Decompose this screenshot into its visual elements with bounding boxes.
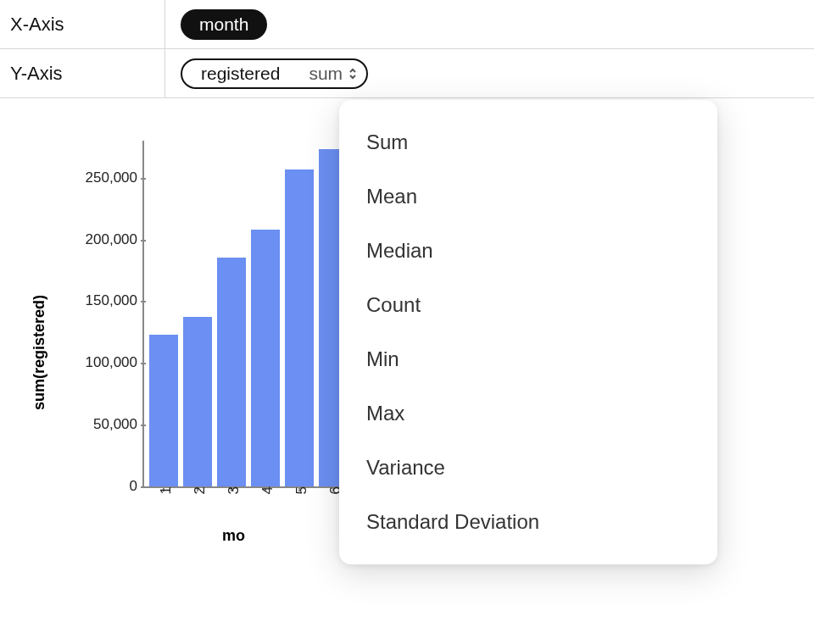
xaxis-field-pill[interactable]: month <box>181 9 267 40</box>
y-tick: 0 <box>130 478 144 495</box>
yaxis-field-name: registered <box>201 64 280 84</box>
aggregate-option[interactable]: Min <box>339 332 717 386</box>
x-axis-title: mo <box>222 527 245 545</box>
y-tick: 100,000 <box>86 354 144 371</box>
bar <box>285 169 314 486</box>
y-tick: 200,000 <box>86 231 144 248</box>
y-tick: 150,000 <box>86 292 144 309</box>
x-tick: 4 <box>254 486 276 494</box>
bar <box>183 317 212 486</box>
y-tick: 50,000 <box>93 416 144 433</box>
aggregate-value: sum <box>309 64 343 84</box>
x-tick: 1 <box>153 486 175 494</box>
xaxis-label: X-Axis <box>10 14 164 36</box>
bar <box>217 258 246 486</box>
yaxis-field-pill[interactable]: registered sum <box>181 58 368 89</box>
aggregate-option[interactable]: Standard Deviation <box>339 495 717 549</box>
yaxis-label: Y-Axis <box>10 63 164 85</box>
yaxis-row: Y-Axis registered sum <box>0 49 814 98</box>
x-tick: 5 <box>288 486 310 494</box>
aggregate-option[interactable]: Count <box>339 278 717 332</box>
aggregate-option[interactable]: Variance <box>339 441 717 495</box>
aggregate-option[interactable]: Sum <box>339 115 717 169</box>
x-tick: 3 <box>220 486 243 494</box>
chevron-updown-icon <box>348 67 358 80</box>
y-axis-title: sum(registered) <box>31 295 48 410</box>
aggregate-option[interactable]: Median <box>339 224 717 278</box>
aggregate-option[interactable]: Mean <box>339 169 717 224</box>
aggregate-option[interactable]: Max <box>339 386 717 441</box>
x-tick: 2 <box>187 486 209 494</box>
yaxis-value-cell: registered sum <box>164 49 814 97</box>
aggregate-selector[interactable]: sum <box>309 64 358 84</box>
xaxis-row: X-Axis month <box>0 0 814 49</box>
aggregate-dropdown[interactable]: SumMeanMedianCountMinMaxVarianceStandard… <box>339 100 717 564</box>
xaxis-value-cell: month <box>164 0 814 48</box>
y-tick: 250,000 <box>86 169 144 186</box>
bar <box>251 230 280 486</box>
bar <box>149 335 178 486</box>
